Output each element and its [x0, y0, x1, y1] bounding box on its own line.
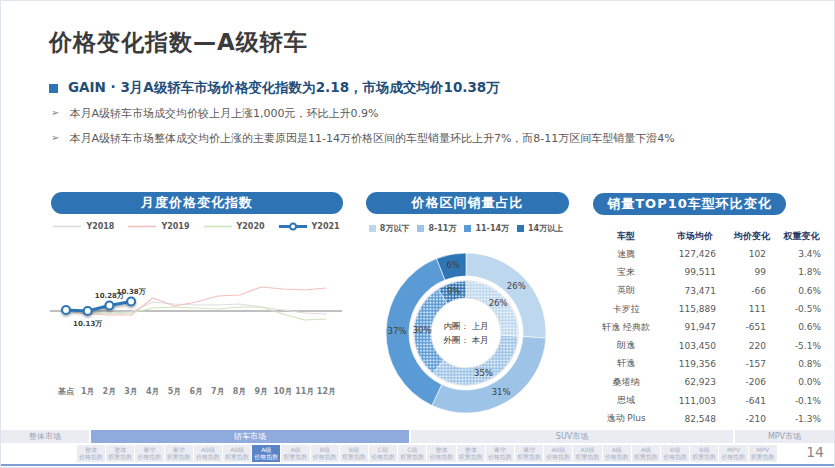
bullet-list: ➢本月A级轿车市场成交均价较上月上涨1,000元，环比上升0.9%➢本月A级轿车… — [51, 106, 675, 156]
market-tab[interactable]: MPV市场 — [735, 430, 834, 443]
column-header: 均价变化 — [728, 230, 776, 243]
market-tab[interactable]: 轿车市场 — [91, 430, 409, 443]
sub-tab[interactable]: A级价格指数 — [603, 445, 631, 462]
model-name: 桑塔纳 — [590, 376, 662, 389]
avg-price: 115,889 — [662, 304, 728, 314]
sub-tabs: 整体价格指数整体权重指数豪华价格指数豪华权重指数A0级价格指数A0级权重指数A级… — [77, 445, 777, 462]
bullet-arrow-icon: ➢ — [51, 131, 59, 145]
column-header: 车型 — [590, 230, 662, 243]
table-row: 英朗73,471-660.6% — [590, 282, 827, 300]
sub-tab-label: 价格指数 — [196, 454, 220, 461]
sub-tab-label: 价格指数 — [79, 454, 103, 461]
sub-tab-label: 权重指数 — [167, 454, 191, 461]
sub-tab[interactable]: B级权重指数 — [690, 445, 718, 462]
svg-text:8月: 8月 — [233, 387, 247, 396]
panel-title-top10: 销量TOP10车型环比变化 — [593, 193, 786, 215]
sub-tab[interactable]: C级价格指数 — [369, 445, 397, 462]
svg-text:7月: 7月 — [211, 387, 225, 396]
weight-change: -0.1% — [776, 396, 827, 406]
model-name: 宝来 — [590, 266, 662, 279]
sub-tab-label: 权重指数 — [284, 454, 308, 461]
sub-tab[interactable]: 整体权重指数 — [106, 445, 134, 462]
sub-tab[interactable]: 整体价格指数 — [77, 445, 105, 462]
legend-label: 8-11万 — [428, 223, 456, 234]
model-name: 逸动 Plus — [590, 412, 662, 425]
avg-price: 127,426 — [662, 249, 728, 259]
avg-price: 62,923 — [662, 377, 728, 387]
panel-title-monthly-index: 月度价格变化指数 — [51, 192, 343, 214]
sub-tab[interactable]: A0级权重指数 — [573, 445, 601, 462]
headline-text: GAIN · 3月A级轿车市场价格变化指数为2.18，市场成交均价10.38万 — [68, 79, 500, 97]
panel-title-price-share: 价格区间销量占比 — [366, 192, 569, 214]
sub-tab[interactable]: A级权重指数 — [632, 445, 660, 462]
sub-tab[interactable]: B级价格指数 — [661, 445, 689, 462]
sub-tab[interactable]: 豪华权重指数 — [515, 445, 543, 462]
market-tabs: 整体市场轿车市场SUV市场MPV市场 — [1, 430, 835, 443]
legend-label: 14万以上 — [528, 223, 563, 234]
legend-label: Y2019 — [161, 222, 189, 231]
legend-line-swatch-icon — [203, 222, 233, 231]
market-tab[interactable]: SUV市场 — [411, 430, 733, 443]
sub-tab[interactable]: B级价格指数 — [311, 445, 339, 462]
market-tab[interactable]: 整体市场 — [1, 430, 89, 443]
svg-text:10.38万: 10.38万 — [117, 288, 146, 296]
sub-tab[interactable]: A级权重指数 — [281, 445, 309, 462]
sub-tab[interactable]: C级权重指数 — [398, 445, 426, 462]
sub-tab-label: 权重指数 — [576, 454, 600, 461]
weight-change: -0.5% — [776, 304, 827, 314]
price-change: -206 — [728, 377, 776, 387]
sub-tab[interactable]: MPV权重指数 — [749, 445, 777, 462]
table-row: 思域111,003-641-0.1% — [590, 391, 827, 409]
sub-tab[interactable]: B级权重指数 — [340, 445, 368, 462]
sub-tab[interactable]: A级价格指数 — [252, 445, 280, 462]
legend-swatch-icon — [517, 225, 524, 232]
legend-item: Y2020 — [203, 222, 265, 231]
headline: GAIN · 3月A级轿车市场价格变化指数为2.18，市场成交均价10.38万 — [49, 79, 500, 97]
svg-text:31%: 31% — [492, 387, 511, 397]
sub-tab[interactable]: 豪华权重指数 — [165, 445, 193, 462]
price-change: 102 — [728, 249, 776, 259]
sub-tab[interactable]: A0级权重指数 — [223, 445, 251, 462]
avg-price: 91,947 — [662, 322, 728, 332]
svg-text:1月: 1月 — [81, 387, 95, 396]
sub-tab-label: 价格指数 — [371, 454, 395, 461]
sub-tab[interactable]: 豪华价格指数 — [135, 445, 163, 462]
weight-change: 0.8% — [776, 359, 827, 369]
legend-item: 14万以上 — [517, 223, 563, 234]
sub-tab[interactable]: A0级价格指数 — [194, 445, 222, 462]
model-name: 思域 — [590, 394, 662, 407]
table-row: 宝来99,511991.8% — [590, 263, 827, 281]
sub-tab-label: 权重指数 — [634, 454, 658, 461]
line-legend: Y2018Y2019Y2020Y2021 — [46, 222, 346, 231]
legend-line-swatch-icon — [52, 222, 82, 231]
model-name: 英朗 — [590, 284, 662, 297]
sub-tab[interactable]: A0级价格指数 — [544, 445, 572, 462]
svg-text:26%: 26% — [507, 281, 526, 291]
price-change: 99 — [728, 267, 776, 277]
legend-item: Y2021 — [278, 222, 340, 231]
price-change: -157 — [728, 359, 776, 369]
sub-tab[interactable]: 整体价格指数 — [427, 445, 455, 462]
sub-tab-label: 权重指数 — [225, 454, 249, 461]
weight-change: 0.6% — [776, 286, 827, 296]
sub-tab[interactable]: 豪华价格指数 — [486, 445, 514, 462]
svg-text:外圈： 本月: 外圈： 本月 — [443, 335, 488, 345]
square-bullet-icon — [49, 84, 58, 93]
svg-text:6%: 6% — [446, 260, 460, 270]
legend-item: Y2019 — [127, 222, 189, 231]
avg-price: 99,511 — [662, 267, 728, 277]
model-name: 速腾 — [590, 248, 662, 261]
svg-text:10月: 10月 — [273, 387, 292, 396]
price-change: -210 — [728, 414, 776, 424]
weight-change: -5.1% — [776, 341, 827, 351]
sub-tab-label: 价格指数 — [546, 454, 570, 461]
bottom-rule — [1, 464, 835, 466]
sub-tab[interactable]: MPV价格指数 — [719, 445, 747, 462]
sub-tab[interactable]: 整体权重指数 — [457, 445, 485, 462]
legend-item: 8万以下 — [369, 223, 410, 234]
sub-tab-label: 权重指数 — [751, 454, 775, 461]
legend-label: Y2020 — [237, 222, 265, 231]
bullet-item: ➢本月A级轿车市场整体成交均价上涨的主要原因是11-14万价格区间的车型销量环比… — [51, 131, 675, 146]
model-name: 轩逸 — [590, 357, 662, 370]
weight-change: 0.0% — [776, 377, 827, 387]
